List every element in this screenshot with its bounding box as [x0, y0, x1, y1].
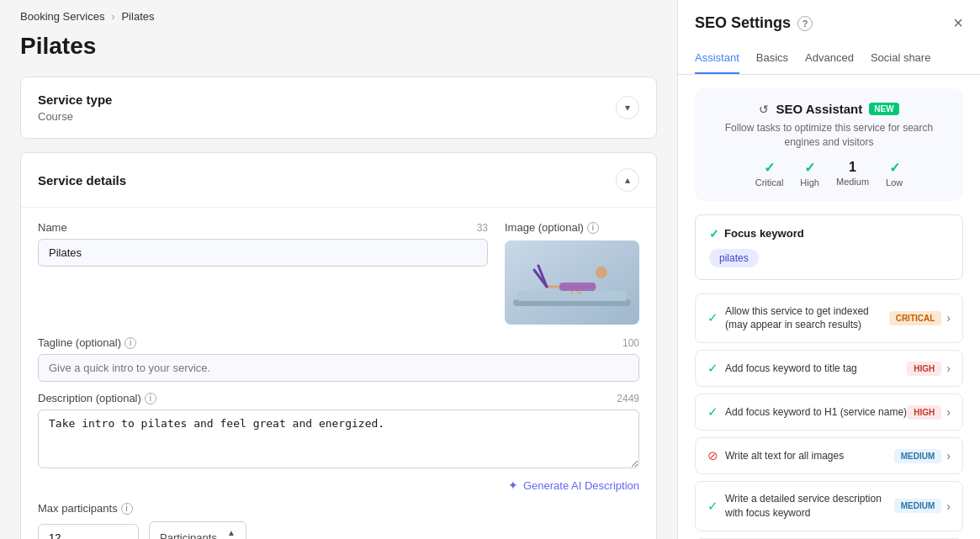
task-check-icon: ✓ [707, 361, 718, 376]
service-type-title: Service type [38, 92, 112, 107]
status-medium: 1 Medium [836, 160, 869, 188]
name-input[interactable] [38, 239, 488, 267]
image-field-group: Image (optional) i [505, 221, 639, 325]
tagline-info-icon[interactable]: i [124, 337, 136, 349]
task-chevron-icon[interactable]: › [946, 311, 951, 325]
task-left: ✓ Write a detailed service description w… [707, 492, 894, 521]
participants-inputs: Participants ▲ ▼ [38, 521, 639, 539]
tab-advanced[interactable]: Advanced [805, 43, 854, 74]
low-check-icon: ✓ [889, 160, 900, 176]
tab-social-share[interactable]: Social share [871, 43, 931, 74]
task-chevron-icon[interactable]: › [946, 449, 951, 462]
service-type-collapse-btn[interactable]: ▾ [616, 96, 639, 119]
task-badge: HIGH [907, 405, 941, 420]
refresh-icon: ↺ [759, 103, 769, 116]
task-badge: HIGH [907, 362, 941, 376]
tagline-label: Tagline (optional) i 100 [38, 336, 639, 349]
max-participants-group: Max participants i Participants ▲ ▼ [38, 502, 639, 539]
participants-stepper[interactable]: ▲ ▼ [227, 529, 236, 539]
seo-help-icon[interactable]: ? [797, 16, 813, 31]
participants-number-input[interactable] [38, 524, 139, 540]
high-label: High [800, 177, 819, 188]
critical-check-icon: ✓ [764, 160, 775, 176]
image-label-text: Image (optional) [505, 221, 584, 234]
service-type-card-header: Service type Course ▾ [21, 77, 656, 138]
participants-unit-select[interactable]: Participants ▲ ▼ [149, 521, 246, 539]
task-item-detailed-description: ✓ Write a detailed service description w… [695, 481, 963, 531]
description-char-count: 2449 [617, 393, 639, 404]
breadcrumb-separator: › [111, 11, 114, 23]
focus-keyword-check-icon: ✓ [709, 227, 719, 240]
description-info-icon[interactable]: i [145, 393, 156, 404]
page-title: Pilates [20, 33, 657, 60]
task-header[interactable]: ✓ Write a detailed service description w… [696, 482, 962, 531]
breadcrumb-parent-link[interactable]: Booking Services [20, 10, 104, 23]
participants-info-icon[interactable]: i [121, 503, 133, 515]
participants-label: Max participants i [38, 502, 639, 515]
status-high: ✓ High [800, 160, 819, 188]
svg-point-3 [596, 267, 607, 278]
task-header[interactable]: ✓ Add focus keyword to title tag HIGH › [696, 351, 962, 386]
task-left: ⊘ Write alt text for all images [707, 448, 894, 463]
image-preview[interactable] [505, 240, 639, 325]
left-panel: Booking Services › Pilates Pilates Servi… [0, 0, 677, 539]
task-text: Allow this service to get indexed (may a… [725, 304, 889, 333]
task-right: HIGH › [907, 362, 951, 376]
name-label-text: Name [38, 221, 67, 234]
name-label: Name 33 [38, 221, 488, 234]
task-chevron-icon[interactable]: › [946, 362, 951, 375]
status-critical: ✓ Critical [755, 160, 784, 188]
ai-description-btn[interactable]: ✦ Generate AI Description [38, 478, 639, 492]
service-details-title: Service details [38, 173, 126, 188]
task-right: CRITICAL › [889, 311, 951, 325]
task-header[interactable]: ⊘ Write alt text for all images MEDIUM › [696, 438, 962, 473]
task-header[interactable]: ✓ Allow this service to get indexed (may… [696, 294, 962, 343]
new-badge: NEW [869, 103, 898, 115]
ai-sparkle-icon: ✦ [508, 478, 518, 492]
tab-assistant[interactable]: Assistant [695, 43, 739, 74]
task-item-allow-indexed: ✓ Allow this service to get indexed (may… [695, 293, 963, 344]
task-badge: CRITICAL [889, 311, 942, 325]
low-label: Low [886, 177, 903, 188]
task-header[interactable]: ✓ Add focus keyword to H1 (service name)… [696, 394, 962, 430]
assistant-description: Follow tasks to optimize this service fo… [708, 121, 950, 150]
tagline-field-group: Tagline (optional) i 100 [38, 336, 639, 382]
task-badge: MEDIUM [894, 499, 942, 513]
task-chevron-icon[interactable]: › [946, 405, 951, 419]
description-label: Description (optional) i 2449 [38, 392, 639, 404]
high-check-icon: ✓ [804, 160, 815, 176]
tab-basics[interactable]: Basics [756, 43, 788, 74]
image-label: Image (optional) i [505, 221, 639, 234]
tagline-input[interactable] [38, 354, 639, 382]
task-text: Add focus keyword to H1 (service name) [725, 405, 907, 420]
seo-title-group: SEO Settings ? [695, 14, 813, 32]
service-type-card: Service type Course ▾ [20, 77, 657, 139]
name-char-count: 33 [477, 222, 488, 234]
task-right: MEDIUM › [894, 449, 951, 463]
seo-close-btn[interactable]: × [953, 13, 963, 33]
task-right: HIGH › [907, 405, 951, 420]
service-details-header: Service details ▴ [21, 153, 656, 208]
task-text: Add focus keyword to title tag [725, 362, 907, 376]
seo-status-row: ✓ Critical ✓ High 1 Medium ✓ Low [708, 160, 950, 188]
seo-settings-panel: SEO Settings ? × Assistant Basics Advanc… [677, 0, 980, 539]
focus-keyword-title: ✓ Focus keyword [709, 227, 949, 240]
tagline-char-count: 100 [622, 337, 639, 349]
name-field-group: Name 33 [38, 221, 488, 325]
task-text: Write alt text for all images [725, 449, 894, 463]
breadcrumb: Booking Services › Pilates [20, 0, 657, 33]
description-textarea[interactable]: Take intro to pilates and feel great and… [38, 410, 639, 468]
task-check-icon: ✓ [707, 310, 718, 325]
medium-count: 1 [849, 160, 856, 175]
task-right: MEDIUM › [894, 499, 951, 513]
medium-label: Medium [836, 177, 869, 187]
task-chevron-icon[interactable]: › [946, 499, 951, 513]
assistant-title: SEO Assistant [776, 102, 862, 116]
description-label-text: Description (optional) i [38, 392, 156, 404]
image-info-icon[interactable]: i [587, 222, 599, 234]
status-low: ✓ Low [886, 160, 903, 188]
service-type-info: Service type Course [38, 92, 112, 123]
svg-rect-9 [559, 283, 596, 291]
service-details-collapse-btn[interactable]: ▴ [616, 168, 639, 192]
description-field-group: Description (optional) i 2449 Take intro… [38, 392, 639, 472]
